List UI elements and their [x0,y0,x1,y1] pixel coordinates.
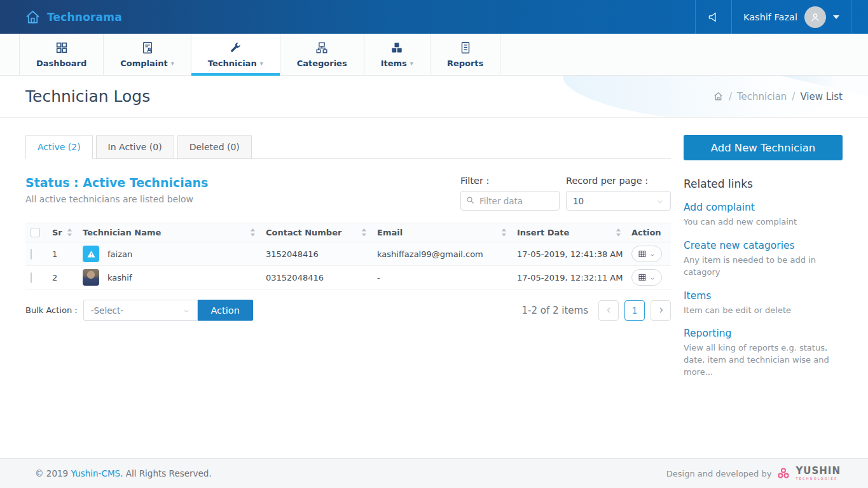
credit-text: Design and developed by [666,469,772,478]
main-column: Active (2) In Active (0) Deleted (0) Sta… [25,118,671,458]
credit: Design and developed by YUSHIN TECHNOLOG… [666,466,841,480]
record-per-page-select[interactable]: 10 [566,191,671,211]
nav-item-reports[interactable]: Reports [431,34,500,75]
status-subtitle: All active technicians are listed below [25,194,208,204]
nav-label: Categories [297,59,347,68]
row-checkbox[interactable] [31,272,32,283]
related-link-create-categories[interactable]: Create new catagories [684,240,843,251]
record-per-page-label: Record per page : [566,176,671,186]
bulk-action-select[interactable]: -Select- [83,300,198,321]
related-link-add-complaint[interactable]: Add complaint [684,202,843,213]
chevron-down-icon [183,307,190,314]
user-name: Kashif Fazal [743,12,797,22]
header-sr[interactable]: Sr [52,228,83,237]
nav-label: Complaint [120,59,167,68]
pagination-summary: 1-2 of 2 items [521,305,588,316]
sort-icon[interactable] [616,228,621,237]
nav-item-categories[interactable]: Categories [280,34,364,75]
sort-icon[interactable] [361,228,367,237]
avatar [804,6,826,28]
search-icon [465,195,475,205]
bulk-action-row: Bulk Action : -Select- Action 1-2 of 2 i… [25,300,671,321]
bulk-action-label: Bulk Action : [25,305,78,315]
page-title: Technician Logs [25,87,150,106]
related-link-reporting[interactable]: Reporting [684,328,843,339]
pagination-prev-button[interactable] [598,300,619,321]
row-action-button[interactable] [631,246,662,262]
home-icon[interactable] [713,91,724,102]
table-grid-icon [638,273,647,282]
header-technician-name[interactable]: Technician Name [83,228,266,237]
header-contact-number[interactable]: Contact Number [266,228,377,237]
breadcrumb-technician[interactable]: Technician [737,91,787,102]
technicians-table: Sr Technician Name Contact Number Email [25,223,671,289]
filter-label: Filter : [460,176,560,186]
nav-item-dashboard[interactable]: Dashboard [19,34,104,75]
table-row: 2 kashif 03152048416 - 17-05-2019, 12:32… [25,266,671,289]
cell-contact: 3152048416 [266,249,377,259]
related-link: Create new catagories Any item is needed… [684,240,843,279]
house-logo-icon [24,8,41,25]
report-list-icon [458,41,472,55]
bulk-action-value: -Select- [91,305,123,316]
broken-image-warning-icon [83,246,99,262]
related-link-desc: View all king of reports e.g. status, da… [684,342,843,379]
announcements-button[interactable] [696,0,731,34]
select-all-checkbox[interactable] [31,228,40,237]
tab-active[interactable]: Active (2) [25,135,93,159]
breadcrumb-current: View List [800,91,843,102]
top-bar: Technorama Kashif Fazal [0,0,868,34]
bulk-action-button[interactable]: Action [198,300,253,321]
tab-deleted[interactable]: Deleted (0) [177,135,252,159]
sort-icon[interactable] [250,228,256,237]
chevron-down-icon [656,197,664,205]
topbar-right: Kashif Fazal [695,0,868,34]
related-link-desc: You can add new complaint [684,216,843,228]
cell-technician-name: kashif [107,273,132,282]
footer: © 2019 Yushin-CMS. All Rights Reserved. … [0,458,868,488]
filter-input[interactable] [460,191,560,211]
sitemap-icon [315,41,329,55]
add-new-technician-button[interactable]: Add New Technician [684,135,843,160]
chevron-down-icon [833,15,839,19]
table-row: 1 faizan 3152048416 [25,242,671,266]
side-column: Add New Technician Related links Add com… [684,118,843,458]
wrench-icon [228,41,242,55]
related-link-items[interactable]: Items [684,290,843,302]
pagination-page-button[interactable]: 1 [624,300,645,321]
status-filter-row: Status : Active Technicians All active t… [25,176,671,211]
header-action: Action [631,228,671,237]
cubes-icon [390,41,404,55]
megaphone-icon [707,11,720,24]
user-menu[interactable]: Kashif Fazal [732,0,851,34]
tab-inactive[interactable]: In Active (0) [96,135,174,159]
pagination-next-button[interactable] [651,300,671,321]
nav-item-technician[interactable]: Technician▾ [191,34,280,75]
chevron-down-icon: ▾ [171,60,174,67]
cell-sr: 1 [52,249,83,259]
chevron-down-icon [649,274,656,281]
header-insert-date[interactable]: Insert Date [517,228,631,237]
chevron-down-icon: ▾ [410,60,413,67]
nav-item-items[interactable]: Items▾ [364,34,431,75]
header-email[interactable]: Email [377,228,517,237]
cell-insert-date: 17-05-2019, 12:32:11 AM [517,273,631,282]
row-checkbox[interactable] [31,249,32,260]
yushin-sub: TECHNOLOGIES [796,477,841,480]
technician-photo [83,269,99,286]
nav-label: Dashboard [36,59,86,68]
related-links-heading: Related links [684,178,843,190]
sort-icon[interactable] [501,228,507,237]
nav-item-complaint[interactable]: Complaint▾ [104,34,191,75]
brand-name: Technorama [47,11,122,24]
brand[interactable]: Technorama [0,0,695,34]
dashboard-grid-icon [55,41,69,55]
complaint-document-icon [141,41,155,55]
row-action-button[interactable] [631,269,662,286]
pagination: 1-2 of 2 items 1 [521,300,671,321]
cell-sr: 2 [52,273,83,282]
yushin-cms-link[interactable]: Yushin-CMS [71,468,120,478]
content: Active (2) In Active (0) Deleted (0) Sta… [0,118,868,458]
sort-icon[interactable] [67,228,72,237]
app-window: Technorama Kashif Fazal [0,0,868,488]
